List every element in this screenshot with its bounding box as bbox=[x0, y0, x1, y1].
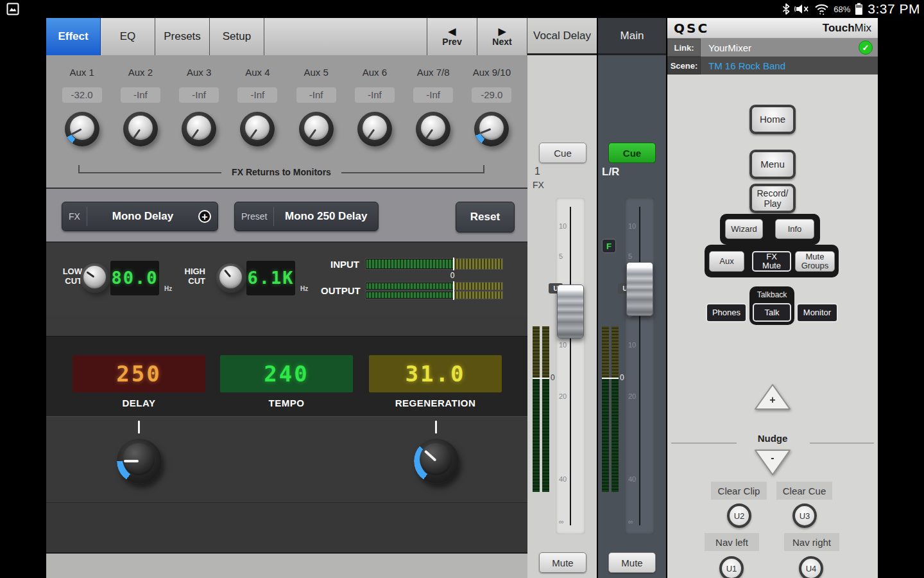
aux-value-field[interactable]: -Inf bbox=[121, 87, 160, 103]
menu-button[interactable]: Menu bbox=[749, 150, 796, 179]
brand-header: QSC TouchMix bbox=[667, 18, 878, 39]
nav-right-label: Nav right bbox=[784, 533, 839, 551]
low-cut-knob[interactable] bbox=[80, 263, 110, 293]
parameter-knob-section bbox=[46, 416, 527, 503]
aux-send-knob[interactable] bbox=[240, 112, 275, 146]
aux-send-knob[interactable] bbox=[123, 112, 158, 146]
talk-button[interactable]: Talk bbox=[753, 303, 791, 322]
aux-send-knob[interactable] bbox=[65, 112, 99, 146]
preset-value: Mono 250 Delay bbox=[274, 210, 378, 223]
fx-preset-selector[interactable]: Preset Mono 250 Delay bbox=[234, 202, 379, 231]
prev-button[interactable]: ◀ Prev bbox=[427, 18, 477, 55]
user-button-u4[interactable]: U4 bbox=[799, 556, 823, 578]
high-cut-knob[interactable] bbox=[216, 263, 246, 293]
fader-handle[interactable] bbox=[626, 262, 653, 316]
aux-send-knob[interactable] bbox=[182, 112, 216, 146]
aux-value-field[interactable]: -Inf bbox=[179, 87, 219, 103]
scale-inf: ∞ bbox=[559, 518, 564, 525]
link-value: YourMixer bbox=[708, 42, 859, 53]
aux-channel-78: Aux 7/8 -Inf bbox=[404, 67, 463, 146]
mute-groups-button[interactable]: Mute Groups bbox=[795, 251, 835, 272]
fader-handle[interactable] bbox=[557, 285, 584, 338]
effect-panel: Effect EQ Presets Setup ◀ Prev ▶ Next Au… bbox=[46, 18, 527, 578]
aux-value-field[interactable]: -Inf bbox=[296, 87, 336, 103]
record-play-button[interactable]: Record/ Play bbox=[749, 184, 796, 213]
scale-10-low: 10 bbox=[559, 341, 567, 349]
next-button[interactable]: ▶ Next bbox=[477, 18, 527, 55]
fx-mute-button-active[interactable]: FX Mute bbox=[752, 251, 791, 272]
expand-plus-icon: + bbox=[198, 210, 211, 223]
nudge-down-button[interactable]: - bbox=[753, 448, 792, 479]
wizard-button[interactable]: Wizard bbox=[725, 219, 763, 239]
info-button[interactable]: Info bbox=[775, 219, 814, 239]
next-arrow-icon: ▶ bbox=[499, 26, 506, 37]
tempo-display: 240 bbox=[220, 355, 353, 392]
aux-label: Aux 3 bbox=[187, 67, 211, 81]
aux-value-field[interactable]: -32.0 bbox=[62, 87, 102, 103]
fader-track[interactable] bbox=[556, 198, 585, 534]
mute-button[interactable]: Mute bbox=[608, 552, 656, 573]
scene-label: Scene: bbox=[667, 57, 701, 74]
user-button-u3[interactable]: U3 bbox=[792, 504, 817, 528]
low-cut-unit: Hz bbox=[164, 285, 172, 292]
aux-label: Aux 7/8 bbox=[417, 67, 450, 81]
link-connected-check-icon: ✓ bbox=[859, 40, 873, 55]
nudge-plus-label: + bbox=[753, 394, 792, 406]
aux-value-field[interactable]: -29.0 bbox=[472, 87, 511, 103]
home-button[interactable]: Home bbox=[749, 105, 796, 134]
high-cut-display: 6.1K bbox=[246, 261, 295, 295]
aux-send-knob[interactable] bbox=[357, 112, 392, 146]
regeneration-caption: REGENERATION bbox=[369, 398, 502, 408]
aux-label: Aux 1 bbox=[69, 67, 94, 81]
tab-setup[interactable]: Setup bbox=[210, 18, 264, 55]
phones-button[interactable]: Phones bbox=[706, 303, 747, 322]
scale-20: 20 bbox=[559, 392, 567, 400]
nav-left-label: Nav left bbox=[705, 533, 759, 551]
cue-button-active[interactable]: Cue bbox=[608, 143, 656, 163]
channel-meter bbox=[533, 326, 549, 492]
output-meter-right bbox=[366, 292, 502, 299]
aux-value-field[interactable]: -Inf bbox=[413, 87, 453, 103]
regeneration-display: 31.0 bbox=[369, 355, 502, 392]
monitor-button[interactable]: Monitor bbox=[796, 303, 838, 322]
fx-tag: FX bbox=[62, 207, 87, 227]
aux-value-field[interactable]: -Inf bbox=[355, 87, 395, 103]
aux-send-knob[interactable] bbox=[416, 112, 450, 146]
divider-line-right bbox=[810, 442, 874, 444]
aux-label: Aux 4 bbox=[245, 67, 270, 81]
scene-value[interactable]: TM 16 Rock Band bbox=[708, 60, 878, 71]
user-button-u1[interactable]: U1 bbox=[719, 556, 744, 578]
tab-effect[interactable]: Effect bbox=[46, 18, 101, 55]
screenshot-notification-icon bbox=[6, 3, 19, 15]
tab-presets[interactable]: Presets bbox=[155, 18, 210, 55]
touchmix-control-panel: QSC TouchMix Link: YourMixer ✓ Scene: TM… bbox=[667, 18, 878, 578]
aux-button[interactable]: Aux bbox=[709, 251, 744, 272]
aux-value-field[interactable]: -Inf bbox=[237, 87, 277, 103]
nudge-up-button[interactable]: + bbox=[753, 383, 792, 414]
fx-return-strip: Vocal Delay Cue 1 FX 10 5 U 5 10 20 40 ∞… bbox=[527, 18, 597, 578]
tab-eq[interactable]: EQ bbox=[101, 18, 155, 55]
aux-send-knob[interactable] bbox=[474, 112, 509, 146]
delay-knob[interactable] bbox=[117, 439, 162, 484]
mute-button[interactable]: Mute bbox=[539, 552, 586, 573]
wifi-icon bbox=[814, 3, 829, 15]
fx-type-selector[interactable]: FX Mono Delay + bbox=[62, 202, 218, 231]
aux-channel-1: Aux 1 -32.0 bbox=[53, 67, 111, 146]
prev-arrow-icon: ◀ bbox=[449, 26, 456, 37]
preset-tag: Preset bbox=[235, 207, 274, 227]
fader-track[interactable] bbox=[625, 198, 654, 534]
high-cut-unit: Hz bbox=[300, 285, 308, 292]
touchmix-logo: TouchMix bbox=[823, 22, 871, 35]
fine-mode-badge[interactable]: F bbox=[602, 239, 616, 253]
aux-channel-2: Aux 2 -Inf bbox=[111, 67, 169, 146]
user-button-u2[interactable]: U2 bbox=[727, 504, 751, 528]
tempo-caption: TEMPO bbox=[220, 398, 353, 408]
regeneration-knob[interactable] bbox=[414, 439, 459, 484]
aux-send-knob[interactable] bbox=[299, 112, 334, 146]
delay-display: 250 bbox=[73, 355, 205, 392]
meter-zero-label: 0 bbox=[620, 373, 624, 382]
cue-button[interactable]: Cue bbox=[539, 143, 586, 163]
control-panel-body: Home Menu Record/ Play Wizard Info Aux F… bbox=[667, 74, 878, 578]
reset-button[interactable]: Reset bbox=[456, 202, 515, 232]
input-meter bbox=[366, 259, 502, 269]
